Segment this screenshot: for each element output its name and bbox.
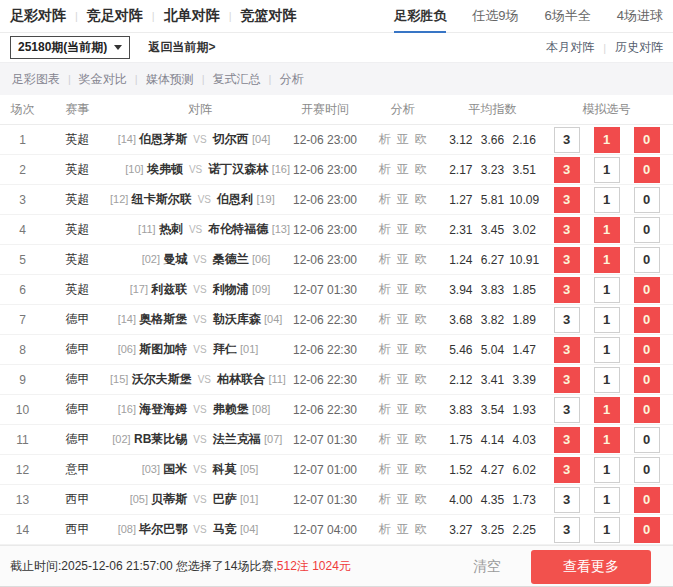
euro-odds-link[interactable]: 欧 [415, 522, 427, 536]
away-team-link[interactable]: 法兰克福 [213, 432, 261, 446]
away-team-link[interactable]: 桑德兰 [213, 252, 249, 266]
subnav-charts-link[interactable]: 足彩图表 [12, 71, 60, 88]
euro-odds-link[interactable]: 欧 [415, 312, 427, 326]
clear-button[interactable]: 清空 [473, 558, 501, 576]
pick-0-button[interactable]: 0 [634, 157, 660, 183]
analysis-link[interactable]: 析 [379, 132, 391, 146]
asia-odds-link[interactable]: 亚 [397, 282, 409, 296]
asia-odds-link[interactable]: 亚 [397, 402, 409, 416]
away-team-link[interactable]: 切尔西 [213, 132, 249, 146]
analysis-link[interactable]: 析 [379, 342, 391, 356]
analysis-link[interactable]: 析 [379, 192, 391, 206]
analysis-link[interactable]: 析 [379, 222, 391, 236]
away-team-link[interactable]: 科莫 [213, 462, 237, 476]
pick-0-button[interactable]: 0 [634, 397, 660, 423]
home-team-link[interactable]: 沃尔夫斯堡 [132, 372, 192, 386]
pick-1-button[interactable]: 1 [594, 517, 620, 543]
home-team-link[interactable]: 国米 [163, 462, 187, 476]
this-month-matches-link[interactable]: 本月对阵 [546, 39, 594, 56]
nav-jingzu-matches[interactable]: 竞足对阵 [87, 7, 143, 25]
pick-1-button[interactable]: 1 [594, 427, 620, 453]
asia-odds-link[interactable]: 亚 [397, 222, 409, 236]
home-team-link[interactable]: 热刺 [159, 222, 183, 236]
pick-3-button[interactable]: 3 [554, 217, 580, 243]
pick-0-button[interactable]: 0 [634, 277, 660, 303]
tab-banquan6[interactable]: 6场半全 [545, 0, 591, 33]
nav-beidan-matches[interactable]: 北单对阵 [164, 7, 220, 25]
analysis-link[interactable]: 析 [379, 162, 391, 176]
asia-odds-link[interactable]: 亚 [397, 132, 409, 146]
euro-odds-link[interactable]: 欧 [415, 432, 427, 446]
pick-3-button[interactable]: 3 [554, 397, 580, 423]
tab-renxuan9[interactable]: 任选9场 [472, 0, 518, 33]
analysis-link[interactable]: 析 [379, 522, 391, 536]
asia-odds-link[interactable]: 亚 [397, 372, 409, 386]
pick-1-button[interactable]: 1 [594, 247, 620, 273]
home-team-link[interactable]: 奥格斯堡 [139, 312, 187, 326]
pick-0-button[interactable]: 0 [634, 427, 660, 453]
home-team-link[interactable]: 贝蒂斯 [151, 492, 187, 506]
asia-odds-link[interactable]: 亚 [397, 432, 409, 446]
away-team-link[interactable]: 布伦特福德 [208, 222, 268, 236]
euro-odds-link[interactable]: 欧 [415, 492, 427, 506]
away-team-link[interactable]: 利物浦 [213, 282, 249, 296]
pick-3-button[interactable]: 3 [554, 127, 580, 153]
asia-odds-link[interactable]: 亚 [397, 162, 409, 176]
pick-0-button[interactable]: 0 [634, 217, 660, 243]
pick-0-button[interactable]: 0 [634, 127, 660, 153]
euro-odds-link[interactable]: 欧 [415, 282, 427, 296]
asia-odds-link[interactable]: 亚 [397, 462, 409, 476]
pick-3-button[interactable]: 3 [554, 277, 580, 303]
pick-3-button[interactable]: 3 [554, 517, 580, 543]
analysis-link[interactable]: 析 [379, 372, 391, 386]
pick-3-button[interactable]: 3 [554, 337, 580, 363]
analysis-link[interactable]: 析 [379, 492, 391, 506]
euro-odds-link[interactable]: 欧 [415, 402, 427, 416]
nav-jinglan-matches[interactable]: 竞篮对阵 [241, 7, 297, 25]
home-team-link[interactable]: 毕尔巴鄂 [139, 522, 187, 536]
pick-3-button[interactable]: 3 [554, 157, 580, 183]
pick-0-button[interactable]: 0 [634, 187, 660, 213]
euro-odds-link[interactable]: 欧 [415, 162, 427, 176]
away-team-link[interactable]: 巴萨 [213, 492, 237, 506]
euro-odds-link[interactable]: 欧 [415, 342, 427, 356]
pick-1-button[interactable]: 1 [594, 487, 620, 513]
pick-1-button[interactable]: 1 [594, 187, 620, 213]
pick-1-button[interactable]: 1 [594, 307, 620, 333]
analysis-link[interactable]: 析 [379, 402, 391, 416]
subnav-analysis-link[interactable]: 分析 [279, 71, 303, 88]
home-team-link[interactable]: RB莱比锡 [134, 432, 187, 446]
asia-odds-link[interactable]: 亚 [397, 342, 409, 356]
pick-0-button[interactable]: 0 [634, 247, 660, 273]
analysis-link[interactable]: 析 [379, 282, 391, 296]
away-team-link[interactable]: 拜仁 [213, 342, 237, 356]
euro-odds-link[interactable]: 欧 [415, 462, 427, 476]
pick-3-button[interactable]: 3 [554, 307, 580, 333]
pick-0-button[interactable]: 0 [634, 307, 660, 333]
period-select[interactable]: 25180期(当前期) [10, 36, 130, 59]
pick-1-button[interactable]: 1 [594, 127, 620, 153]
back-to-current-period-link[interactable]: 返回当前期> [148, 39, 215, 56]
away-team-link[interactable]: 诺丁汉森林 [208, 162, 268, 176]
home-team-link[interactable]: 伯恩茅斯 [139, 132, 187, 146]
asia-odds-link[interactable]: 亚 [397, 252, 409, 266]
asia-odds-link[interactable]: 亚 [397, 492, 409, 506]
euro-odds-link[interactable]: 欧 [415, 252, 427, 266]
pick-3-button[interactable]: 3 [554, 187, 580, 213]
euro-odds-link[interactable]: 欧 [415, 132, 427, 146]
analysis-link[interactable]: 析 [379, 312, 391, 326]
away-team-link[interactable]: 弗赖堡 [213, 402, 249, 416]
away-team-link[interactable]: 伯恩利 [217, 192, 253, 206]
pick-3-button[interactable]: 3 [554, 457, 580, 483]
away-team-link[interactable]: 勒沃库森 [213, 312, 261, 326]
pick-1-button[interactable]: 1 [594, 367, 620, 393]
subnav-prize-compare-link[interactable]: 奖金对比 [79, 71, 127, 88]
view-more-button[interactable]: 查看更多 [531, 550, 651, 584]
pick-1-button[interactable]: 1 [594, 217, 620, 243]
home-team-link[interactable]: 利兹联 [151, 282, 187, 296]
tab-shengfu[interactable]: 足彩胜负 [394, 0, 446, 33]
euro-odds-link[interactable]: 欧 [415, 372, 427, 386]
home-team-link[interactable]: 埃弗顿 [147, 162, 183, 176]
pick-3-button[interactable]: 3 [554, 367, 580, 393]
pick-3-button[interactable]: 3 [554, 487, 580, 513]
